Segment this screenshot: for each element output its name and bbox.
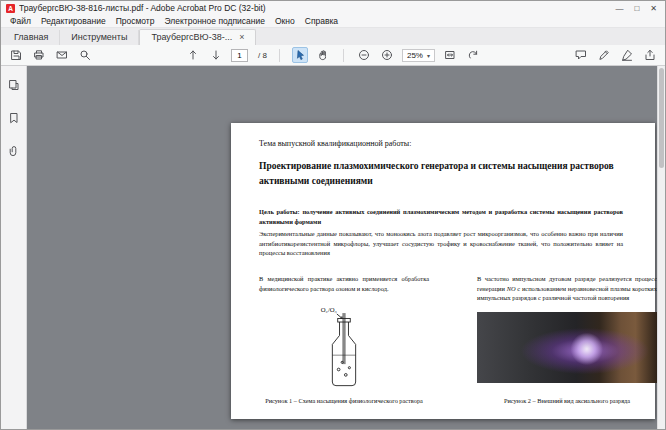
zoom-level-dropdown[interactable]: 25% ▾ — [402, 49, 435, 62]
bookmark-icon — [8, 112, 20, 124]
menu-view[interactable]: Просмотр — [111, 16, 160, 26]
menu-help[interactable]: Справка — [300, 16, 343, 26]
arrow-down-icon — [210, 49, 222, 61]
email-button[interactable] — [54, 47, 70, 63]
tab-bar: Главная Инструменты ТраубергсВЮ-38-... × — [1, 28, 665, 45]
page-total-label: / 8 — [258, 51, 267, 60]
sign-button[interactable] — [619, 47, 635, 63]
minus-circle-icon — [358, 49, 370, 61]
acrobat-app-icon: A — [6, 4, 15, 13]
document-paragraph: Экспериментальные данные показывают, что… — [259, 229, 623, 258]
search-button[interactable] — [77, 47, 93, 63]
hand-icon — [317, 49, 329, 61]
cursor-icon — [294, 49, 306, 61]
toolbar-separator — [279, 49, 280, 62]
pages-icon — [8, 79, 20, 91]
page-number-input[interactable] — [231, 49, 248, 62]
zoom-in-button[interactable] — [379, 47, 395, 63]
select-tool-button[interactable] — [292, 47, 308, 63]
close-button[interactable]: ✕ — [650, 4, 657, 13]
content-area: Тема выпускной квалификационной работы: … — [1, 66, 665, 430]
menu-window[interactable]: Окно — [270, 16, 300, 26]
saturation-scheme-drawing: O₂/O₃ — [312, 305, 376, 391]
document-topic-label: Тема выпускной квалификационной работы: — [259, 139, 627, 148]
fit-width-icon — [444, 49, 456, 61]
tab-tools[interactable]: Инструменты — [60, 30, 139, 45]
menu-bar: Файл Редактирование Просмотр Электронное… — [1, 15, 665, 28]
acrobat-window: A ТраубергсВЮ-38-816-листы.pdf - Adobe A… — [0, 0, 666, 430]
navigation-rail — [1, 66, 27, 430]
tab-document-label: ТраубергсВЮ-38-... — [151, 32, 232, 42]
highlight-button[interactable] — [596, 47, 612, 63]
figure2-photo — [477, 312, 657, 383]
zoom-out-button[interactable] — [356, 47, 372, 63]
tab-close-icon[interactable]: × — [239, 32, 244, 42]
plus-circle-icon — [381, 49, 393, 61]
rotate-icon — [467, 49, 479, 61]
scrollbar-thumb[interactable] — [659, 68, 664, 168]
hand-tool-button[interactable] — [315, 47, 331, 63]
toolbar: / 8 25% ▾ — [1, 45, 665, 66]
bookmarks-button[interactable] — [5, 109, 23, 127]
pdf-page[interactable]: Тема выпускной квалификационной работы: … — [231, 123, 655, 419]
paperclip-icon — [8, 145, 20, 157]
menu-edit[interactable]: Редактирование — [36, 16, 111, 26]
printer-icon — [33, 49, 45, 61]
print-button[interactable] — [31, 47, 47, 63]
document-title: Проектирование плазмохимического генерат… — [259, 159, 623, 189]
envelope-icon — [56, 49, 68, 61]
document-goal: Цель работы: получение активных соединен… — [259, 207, 623, 226]
search-icon — [79, 49, 91, 61]
share-button[interactable] — [642, 47, 658, 63]
next-page-button[interactable] — [208, 47, 224, 63]
zoom-level-value: 25% — [407, 51, 423, 60]
figure2-caption: Рисунок 2 – Внешний вид аксиального разр… — [477, 397, 657, 404]
fountain-pen-icon — [621, 49, 633, 61]
maximize-button[interactable]: □ — [634, 4, 639, 13]
chevron-down-icon: ▾ — [427, 52, 430, 59]
save-button[interactable] — [8, 47, 24, 63]
title-bar: A ТраубергсВЮ-38-816-листы.pdf - Adobe A… — [1, 1, 665, 15]
no-formula: NO — [507, 285, 516, 292]
tab-document[interactable]: ТраубергсВЮ-38-... × — [139, 29, 256, 45]
document-column-left: В медицинской практике активно применяет… — [259, 274, 429, 293]
toolbar-separator — [343, 49, 344, 62]
figure1-diagram: O₂/O₃ — [259, 305, 429, 391]
comment-button[interactable] — [573, 47, 589, 63]
minimize-button[interactable]: — — [615, 4, 623, 13]
rotate-view-button[interactable] — [465, 47, 481, 63]
figure1-caption: Рисунок 1 – Схема насыщения физиологичес… — [251, 397, 437, 404]
gas-label: O₂/O₃ — [321, 306, 337, 313]
comment-bubble-icon — [575, 49, 587, 61]
attachments-button[interactable] — [5, 142, 23, 160]
menu-esign[interactable]: Электронное подписание — [160, 16, 270, 26]
vertical-scrollbar[interactable] — [657, 66, 665, 430]
menu-file[interactable]: Файл — [5, 16, 36, 26]
page-thumbnails-button[interactable] — [5, 76, 23, 94]
save-icon — [10, 49, 22, 61]
tab-home[interactable]: Главная — [3, 30, 60, 45]
share-icon — [644, 49, 656, 61]
previous-page-button[interactable] — [185, 47, 201, 63]
arrow-up-icon — [187, 49, 199, 61]
document-column-right: В частотно импульсном дуговом разряде ре… — [477, 274, 657, 303]
window-title: ТраубергсВЮ-38-816-листы.pdf - Adobe Acr… — [19, 3, 266, 13]
pencil-icon — [598, 49, 610, 61]
document-canvas[interactable]: Тема выпускной квалификационной работы: … — [27, 66, 665, 430]
fit-width-button[interactable] — [442, 47, 458, 63]
